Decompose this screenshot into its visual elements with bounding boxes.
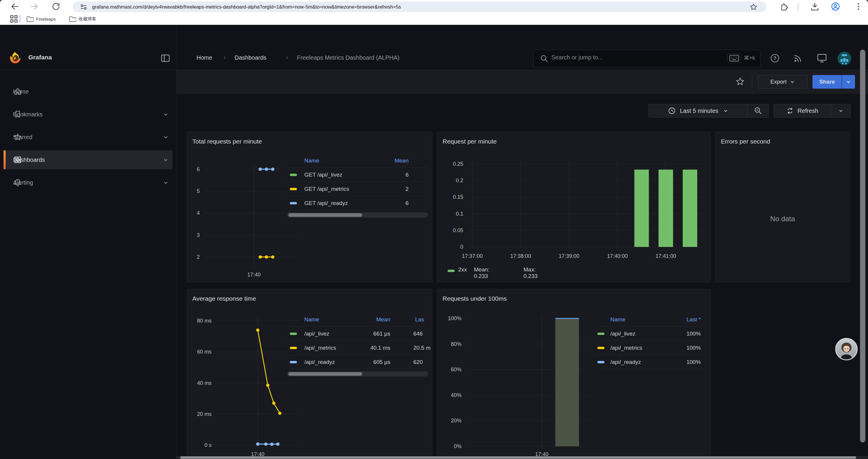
panel-title[interactable]: Errors per second [721,138,770,145]
user-avatar[interactable] [837,52,851,66]
news-rss-icon[interactable] [793,53,803,63]
scrollbar-thumb[interactable] [288,372,362,376]
legend-row[interactable]: /api/_metrics 40.1 ms 20.5 m [287,341,428,355]
series-name[interactable]: /api/_livez [304,327,330,340]
series-last: 100% [686,355,701,369]
series-name[interactable]: /api/_readyz [610,355,641,369]
chevron-down-icon[interactable] [163,180,168,185]
url-text[interactable]: grafana.mathmast.com/d/deytv4rwavabkb/fr… [92,1,401,12]
series-name[interactable]: 2xx [458,266,467,273]
series-name[interactable]: /api/_readyz [304,355,335,369]
time-range-label: Last 5 minutes [680,107,718,114]
series-name[interactable]: GET /api/_metrics [304,182,349,196]
legend-col-name[interactable]: Name [610,313,625,326]
bookmark-label: 收藏博客 [79,16,96,22]
export-button[interactable]: Export [758,75,807,89]
bookmark-folder-freeleaps[interactable]: Freeleaps [26,14,56,24]
legend-row[interactable]: /api/_livez 661 µs 646 [287,327,428,341]
sidebar-item-dashboards[interactable]: Dashboards [0,150,176,169]
bookmark-icon [13,110,22,119]
grafana-brand[interactable]: Grafana [28,54,52,61]
refresh-interval-dropdown[interactable] [831,104,850,118]
vertical-scrollbar[interactable] [860,50,865,442]
breadcrumb-dashboards[interactable]: Dashboards [235,54,267,61]
grafana-logo-icon[interactable] [8,52,22,65]
time-range-picker[interactable]: Last 5 minutes [649,104,747,118]
legend-col-last[interactable]: Las [415,313,424,326]
apps-grid-icon[interactable] [9,14,18,23]
bookmarks-bar: Freeleaps 收藏博客 [0,13,868,25]
toolbar-divider [798,3,799,11]
legend-table: Name Last * /api/_livez 100% /api/_metri… [596,313,705,369]
panel-request-per-minute: Request per minute 2xx Mean: 0.233 Max: … [437,132,711,282]
legend-row[interactable]: GET /api/_metrics 2 [287,182,428,196]
scrollbar-thumb[interactable] [288,213,362,217]
legend-row[interactable]: /api/_readyz 100% [596,355,705,369]
reload-icon[interactable] [52,2,61,11]
series-last: 100% [686,341,701,355]
search-input[interactable]: Search or jump to... ⌘+k [533,50,761,67]
legend-col-mean[interactable]: Mean [376,313,390,326]
download-icon[interactable] [810,2,819,11]
favorite-star-icon[interactable] [736,77,745,86]
series-mean: 6 [405,168,409,182]
sidebar-item-alerting[interactable]: Alerting [0,173,176,192]
chevron-down-icon [838,108,843,113]
panel-title[interactable]: Requests under 100ms [442,295,507,302]
panel-title[interactable]: Request per minute [442,138,497,145]
refresh-button[interactable]: Refresh [773,104,831,118]
legend-col-last[interactable]: Last * [686,313,701,326]
panel-title[interactable]: Average response time [192,295,256,302]
legend-scrollbar[interactable] [287,371,428,376]
series-swatch [597,347,604,349]
series-mean: 605 µs [373,355,390,369]
grafana-app: Grafana Home › Dashboards › Freeleaps Me… [0,25,868,459]
series-name[interactable]: /api/_livez [610,327,636,340]
site-settings-icon[interactable] [80,3,88,11]
kiosk-monitor-icon[interactable] [816,53,827,63]
legend-row[interactable]: /api/_metrics 100% [596,341,705,355]
avatar-illustration [836,339,857,359]
chevron-down-icon[interactable] [163,134,168,140]
bookmark-star-icon[interactable] [749,3,757,11]
legend-row[interactable]: /api/_livez 100% [596,327,705,341]
series-swatch [290,174,297,176]
horizontal-scrollbar[interactable] [180,456,856,459]
chevron-down-icon[interactable] [163,112,168,117]
panel-title[interactable]: Total requests per minute [192,138,262,145]
home-icon [13,88,22,96]
chevron-down-icon[interactable] [163,157,168,162]
legend-row[interactable]: /api/_readyz 605 µs 620 [287,355,428,369]
legend-col-mean[interactable]: Mean [395,154,409,167]
legend-scrollbar[interactable] [287,212,428,218]
series-name[interactable]: /api/_metrics [610,341,642,355]
legend-row[interactable]: GET /api/_readyz 6 [287,196,428,210]
legend-row[interactable]: GET /api/_livez 6 [287,168,428,182]
series-name[interactable]: /api/_metrics [304,341,336,355]
zoom-out-icon [754,107,762,115]
series-name[interactable]: GET /api/_readyz [304,196,348,210]
breadcrumb-home[interactable]: Home [196,54,212,61]
sidebar-item-bookmarks[interactable]: Bookmarks [0,105,176,124]
floating-avatar-widget[interactable] [835,338,858,360]
bell-icon [13,178,22,187]
dock-sidebar-icon[interactable] [161,54,170,63]
forward-icon[interactable] [30,2,39,11]
help-icon[interactable]: ? [770,53,780,63]
share-button[interactable]: Share [812,75,842,89]
zoom-out-button[interactable] [747,104,769,118]
legend-header-row: Name Mean Las [287,313,428,327]
back-icon[interactable] [9,2,19,11]
sidebar-item-home[interactable]: Home [0,82,176,101]
series-name[interactable]: GET /api/_livez [304,168,342,182]
bookmark-folder-blogs[interactable]: 收藏博客 [68,14,96,24]
address-bar[interactable]: grafana.mathmast.com/d/deytv4rwavabkb/fr… [73,1,766,12]
menu-kebab-icon[interactable] [854,2,863,11]
legend-col-name[interactable]: Name [304,154,319,167]
sidebar-item-starred[interactable]: Starred [0,128,176,146]
legend-header-row: Name Last * [596,313,705,327]
extensions-icon[interactable] [779,2,788,11]
profile-icon[interactable] [831,2,840,11]
legend-col-name[interactable]: Name [304,313,319,326]
share-dropdown-button[interactable] [842,75,855,89]
